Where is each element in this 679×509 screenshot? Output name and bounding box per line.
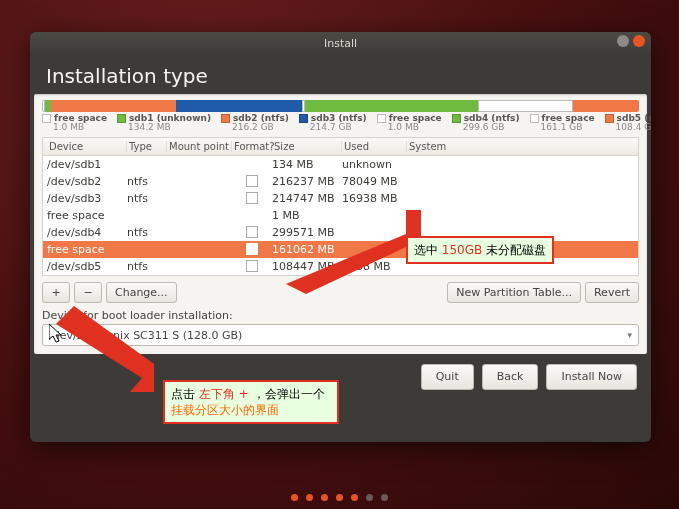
annotation-note-1: 选中 150GB 未分配磁盘 [406, 236, 554, 264]
titlebar: Install [30, 32, 651, 54]
disk-segment [305, 100, 478, 112]
installer-window: Install Installation type free space1.0 … [30, 32, 651, 442]
disk-segment [478, 100, 574, 112]
legend-item: sdb3 (ntfs)214.7 GB [299, 114, 367, 133]
disk-segment [176, 100, 301, 112]
col-system[interactable]: System [407, 141, 467, 152]
new-partition-table-button[interactable]: New Partition Table... [447, 282, 581, 303]
legend-item: free space161.1 GB [530, 114, 595, 133]
legend-item: sdb4 (ntfs)299.6 GB [452, 114, 520, 133]
legend-item: sdb2 (ntfs)216.2 GB [221, 114, 289, 133]
format-checkbox[interactable] [246, 243, 258, 255]
install-now-button[interactable]: Install Now [546, 364, 637, 389]
table-header: Device Type Mount point Format? Size Use… [43, 138, 638, 156]
table-row[interactable]: /dev/sdb1134 MBunknown [43, 156, 638, 173]
legend-item: sdb5 (ntfs)108.4 GB [605, 114, 651, 133]
desktop-background: Install Installation type free space1.0 … [0, 0, 679, 509]
window-title: Install [324, 37, 357, 50]
disk-usage-bar [42, 100, 639, 112]
bootloader-device-value: /dev/sda hynix SC311 S (128.0 GB) [49, 329, 242, 342]
back-button[interactable]: Back [482, 364, 539, 389]
bootloader-label: Device for boot loader installation: [42, 309, 639, 322]
add-partition-button[interactable]: + [42, 282, 70, 303]
table-row[interactable]: /dev/sdb2ntfs216237 MB78049 MB [43, 173, 638, 190]
col-size[interactable]: Size [272, 141, 342, 152]
minimize-icon[interactable] [617, 35, 629, 47]
change-partition-button[interactable]: Change... [106, 282, 177, 303]
annotation-note-2: 点击 左下角 + ，会弹出一个挂载分区大小的界面 [163, 380, 339, 424]
disk-segment [51, 100, 176, 112]
legend-item: sdb1 (unknown)134.2 MB [117, 114, 211, 133]
close-icon[interactable] [633, 35, 645, 47]
col-format[interactable]: Format? [232, 141, 272, 152]
format-checkbox[interactable] [246, 226, 258, 238]
bootloader-device-select[interactable]: /dev/sda hynix SC311 S (128.0 GB) [42, 324, 639, 346]
partition-panel: free space1.0 MBsdb1 (unknown)134.2 MBsd… [34, 94, 647, 354]
table-row[interactable]: /dev/sdb3ntfs214747 MB16938 MB [43, 190, 638, 207]
table-row[interactable]: free space1 MB [43, 207, 638, 224]
format-checkbox[interactable] [246, 260, 258, 272]
disk-legend: free space1.0 MBsdb1 (unknown)134.2 MBsd… [42, 114, 639, 133]
col-used[interactable]: Used [342, 141, 407, 152]
quit-button[interactable]: Quit [421, 364, 474, 389]
format-checkbox[interactable] [246, 192, 258, 204]
partition-toolbar: + − Change... New Partition Table... Rev… [42, 282, 639, 303]
format-checkbox[interactable] [246, 175, 258, 187]
col-device[interactable]: Device [47, 141, 127, 152]
page-title: Installation type [30, 54, 651, 94]
legend-item: free space1.0 MB [42, 114, 107, 133]
wizard-footer: Quit Back Install Now [30, 354, 651, 399]
screenshot-pager [0, 494, 679, 501]
legend-item: free space1.0 MB [377, 114, 442, 133]
disk-segment [573, 100, 639, 112]
revert-button[interactable]: Revert [585, 282, 639, 303]
col-type[interactable]: Type [127, 141, 167, 152]
col-mount[interactable]: Mount point [167, 141, 232, 152]
remove-partition-button[interactable]: − [74, 282, 102, 303]
